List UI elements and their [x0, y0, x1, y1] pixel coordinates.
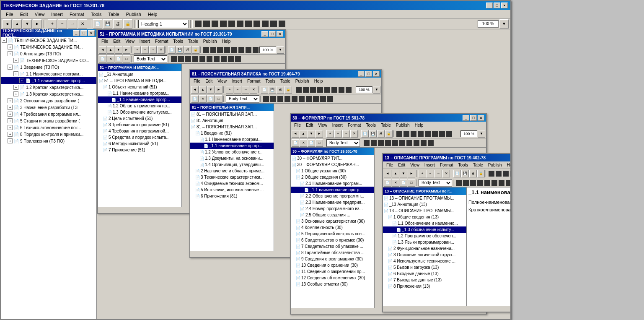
sub-remove[interactable]: −: [234, 86, 241, 94]
sq-btn[interactable]: [235, 56, 241, 62]
sub-tree-item[interactable]: 📄11 Сведения о закреплении пр...: [291, 268, 374, 275]
fmt-btn-1[interactable]: [195, 21, 202, 27]
sub-menu-format[interactable]: Format: [153, 39, 171, 44]
tree-item[interactable]: +📄6 Технико-экономические пок...: [1, 124, 96, 131]
sub-tree-item[interactable]: 📄8 Приложения (13): [383, 283, 466, 289]
sq-btn[interactable]: [503, 171, 509, 177]
sub-tree-item[interactable]: 📄_13 Аннотация (13): [383, 201, 466, 208]
sub-menu-view[interactable]: View: [316, 122, 330, 128]
sq-btn[interactable]: [439, 131, 445, 137]
sq-btn[interactable]: [489, 171, 494, 177]
left-panel-maximize[interactable]: □: [80, 30, 87, 36]
sub-tree-item[interactable]: 📄4 Ожидаемые технико-эконом...: [190, 180, 274, 187]
sub-tree-item[interactable]: 📄5 Вызов и загрузка (13): [383, 264, 466, 271]
left-panel-minimize[interactable]: _: [73, 30, 80, 36]
sub-menu-tools[interactable]: Tools: [263, 78, 278, 84]
sub-tree-item[interactable]: 📄6 Приложения (81): [190, 193, 274, 199]
sub-close-sw30[interactable]: ×: [478, 115, 484, 121]
toolbar-doc[interactable]: 📄: [93, 19, 102, 29]
sub-tree-item[interactable]: 📄6 Методы испытаний (51): [98, 140, 181, 147]
sub-doc[interactable]: 📄: [453, 170, 461, 177]
sq-btn[interactable]: [178, 56, 184, 62]
sub-close-sw51[interactable]: ×: [277, 31, 283, 37]
sub-tree-item[interactable]: 📄13 – ОПИСАНИЕ ПРОГРАММЫ...: [383, 208, 466, 214]
fmt-btn-8[interactable]: [253, 21, 260, 27]
sq-btn[interactable]: [313, 96, 319, 102]
tree-expand-icon[interactable]: +: [8, 105, 13, 110]
sub-tree-item[interactable]: 📄_1.1 наименование прогр...: [98, 96, 181, 103]
sub-remove[interactable]: −: [334, 130, 342, 138]
tree-item[interactable]: +📄1.2 Краткая характеристика...: [1, 84, 96, 91]
sub-print[interactable]: 🖨: [184, 46, 191, 54]
sub-print[interactable]: 🖨: [469, 170, 477, 177]
sub-menu-tools[interactable]: Tools: [364, 122, 378, 128]
sub-tree-item[interactable]: 📄7 Выходные данные (13): [383, 277, 466, 283]
sub-b[interactable]: □: [215, 95, 222, 103]
sq-btn[interactable]: [414, 140, 419, 146]
sub-menu-edit[interactable]: Edit: [303, 122, 316, 128]
sub-menu-file[interactable]: File: [292, 122, 303, 128]
sub-add[interactable]: +: [134, 46, 141, 54]
sub-tree-item[interactable]: 📄2 Функциональное назначени...: [383, 245, 466, 252]
sub-menu-help[interactable]: Help: [220, 39, 233, 44]
sub-doc2[interactable]: 📄: [115, 55, 122, 63]
sub-minimize-sw30[interactable]: _: [463, 115, 469, 121]
sub-tree-item[interactable]: 📄2 Назначение и область приме...: [190, 168, 274, 174]
tree-expand-icon[interactable]: +: [8, 44, 13, 49]
sub-menu-format[interactable]: Format: [437, 162, 456, 168]
sub-nav-left[interactable]: ◄: [384, 170, 391, 177]
sub-tree-item[interactable]: 📄1.3 Обозначение испытуемо...: [98, 109, 181, 115]
menu-publish[interactable]: Publish: [123, 11, 145, 18]
sub-tree-item[interactable]: 📄51 – ПРОГРАММА И МЕТОДИ...: [98, 78, 181, 84]
tree-expand-icon[interactable]: +: [8, 51, 13, 56]
sub-tree-item[interactable]: 📄6 Входные данные (13): [383, 271, 466, 277]
sq-btn[interactable]: [496, 171, 502, 177]
sub-minimize-sw51[interactable]: _: [261, 31, 268, 37]
sub-save[interactable]: 💾: [369, 130, 377, 138]
sq-btn[interactable]: [185, 56, 191, 62]
sq-btn[interactable]: [432, 131, 438, 137]
sub-tree-item[interactable]: 📄9 Сведения о рекламациях (30): [291, 256, 374, 262]
fmt-btn-2[interactable]: [203, 21, 210, 27]
toolbar-lock[interactable]: 🔒: [123, 19, 132, 29]
menu-file[interactable]: File: [3, 11, 17, 18]
sub-tree-item[interactable]: 📄1.3 Документы, на основани...: [190, 155, 274, 161]
sub-x[interactable]: ✕: [350, 130, 358, 138]
style-select[interactable]: Heading 1: [138, 20, 189, 28]
sub-menu-file[interactable]: File: [384, 162, 396, 168]
sub-style-select-sw13[interactable]: Body Text: [419, 179, 452, 187]
sq-btn[interactable]: [399, 140, 405, 146]
sq-btn[interactable]: [491, 180, 497, 186]
tree-item[interactable]: +📄8 Порядок контроля и приемки...: [1, 131, 96, 138]
sub-nav-left[interactable]: ◄: [292, 130, 299, 138]
sub-doc[interactable]: 📄: [361, 130, 369, 138]
tree-expand-icon[interactable]: +: [13, 71, 18, 76]
sq-btn[interactable]: [221, 56, 227, 62]
sq-btn[interactable]: [253, 47, 259, 53]
sub-maximize-sw30[interactable]: □: [470, 115, 477, 121]
sub-menu-tools[interactable]: Tools: [171, 39, 186, 44]
sub-tree-item[interactable]: 📄13 Особые отметки (30): [291, 281, 374, 287]
sub-b[interactable]: □: [123, 55, 130, 63]
tree-expand-icon[interactable]: −: [2, 38, 7, 43]
sub-tree-item[interactable]: 📄1 Общие указания (30): [291, 168, 374, 174]
tree-expand-icon[interactable]: +: [13, 91, 18, 96]
sub-tree-item[interactable]: 📄2.5 Общие сведения ...: [291, 212, 374, 218]
tree-expand-icon[interactable]: +: [8, 125, 13, 130]
sub-nav-right[interactable]: ►: [215, 86, 222, 94]
sub-tree-item[interactable]: 📄2.3 Наименование предприя...: [291, 199, 374, 206]
fmt-btn-6[interactable]: [237, 21, 243, 27]
menu-help[interactable]: Help: [145, 11, 161, 18]
toolbar-print[interactable]: 🖨: [113, 19, 122, 29]
tree-item[interactable]: −📄ТЕХНИЧЕСКОЕ ЗАДАНИЕ ТИ...: [1, 37, 96, 44]
sub-doc2[interactable]: 📄: [400, 179, 407, 187]
tree-expand-icon[interactable]: +: [13, 85, 18, 90]
sq-btn[interactable]: [331, 87, 337, 93]
sq-btn[interactable]: [385, 140, 391, 146]
sub-tree-item[interactable]: 📄1.2 Условное обозначение т...: [190, 149, 274, 155]
tree-item[interactable]: +📄2 Основания для разработки (: [1, 97, 96, 104]
sq-btn[interactable]: [371, 140, 377, 146]
sub-lock[interactable]: 🔒: [192, 46, 199, 54]
sub-nav-right[interactable]: ►: [408, 170, 415, 177]
sub-menu-table[interactable]: Table: [471, 162, 486, 168]
